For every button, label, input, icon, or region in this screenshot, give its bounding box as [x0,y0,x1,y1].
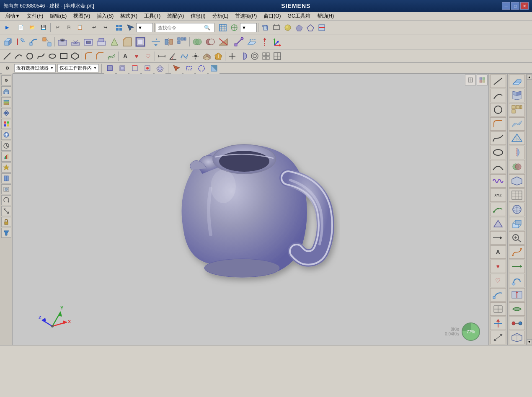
r2-extrude2[interactable] [509,217,525,230]
tb-hole[interactable] [56,36,69,48]
r2-revolve2[interactable] [509,146,525,159]
tb-zoom-fit[interactable] [271,22,282,33]
tb-polygon[interactable] [70,51,80,62]
r-scale2[interactable] [490,331,506,344]
r2-grid4[interactable] [509,188,525,202]
menu-prefs[interactable]: 首选项(P) [232,12,260,21]
tb-redo[interactable]: ↪ [100,22,111,33]
tb-cut[interactable]: ✂ [52,22,63,33]
left-home[interactable] [1,86,11,96]
sel-invert[interactable] [209,63,220,74]
r2-feature3d[interactable] [509,203,525,216]
menu-format[interactable]: 格式(R) [117,12,141,21]
tb-render[interactable] [282,22,293,33]
tb-move-obj[interactable] [150,36,162,48]
r2-curve3[interactable] [509,245,525,259]
tb-line[interactable] [2,51,13,62]
command-search[interactable]: 🔍 [156,23,214,32]
sel-vertex[interactable] [142,63,153,74]
tb-datum-plane[interactable] [245,36,258,48]
tb-mirror-feature[interactable] [163,36,175,48]
tb-grid[interactable] [217,22,228,33]
r2-zoom[interactable] [509,231,525,245]
r2-iso-cube[interactable] [509,174,525,188]
tb-trim-body[interactable] [217,36,230,48]
maximize-button[interactable]: □ [511,2,519,10]
tb-angle[interactable] [168,51,178,62]
r2-mesh[interactable] [509,131,525,145]
vp-btn1[interactable] [465,75,476,85]
left-layers[interactable] [1,97,11,107]
sel-feature[interactable] [155,63,165,74]
r-wave2[interactable] [490,203,506,216]
menu-file[interactable]: 文件(F) [23,12,46,21]
r2-bool[interactable] [509,160,525,173]
tb-select-all[interactable] [114,22,124,33]
tb-fillet[interactable] [83,51,94,62]
r-sweep[interactable] [490,288,506,302]
left-lock[interactable] [1,217,11,227]
tb-info2[interactable]: i [213,51,224,62]
scope-dropdown[interactable]: 仅在工作部件内 ▼ [57,64,99,72]
close-button[interactable]: ✕ [520,2,529,10]
tb-save[interactable]: 💾 [38,22,49,33]
tb-shell-btn[interactable] [134,36,147,48]
tb-csys[interactable] [271,36,284,48]
left-colorful[interactable] [1,119,11,129]
tb-concentric[interactable] [249,51,260,62]
tb-select-mode[interactable] [125,22,136,33]
tb-heart2[interactable]: ♡ [142,51,153,62]
left-analysis[interactable] [1,152,11,162]
tb-plane-view[interactable] [201,51,212,62]
menu-gc[interactable]: GC工具箱 [284,12,314,21]
tb-revolve[interactable] [15,36,27,48]
tb-undo[interactable]: ↩ [88,22,99,33]
tb-snap-dropdown[interactable]: ▼ [240,23,257,32]
minimize-button[interactable]: ─ [502,2,510,10]
menu-analysis[interactable]: 分析(L) [209,12,232,21]
tb-boolean-unite[interactable] [191,36,204,48]
tb-surface[interactable] [179,51,190,62]
tb-open[interactable]: 📂 [27,22,38,33]
tb-circle[interactable] [24,51,35,62]
left-sketch2[interactable] [1,130,11,140]
tb-paste[interactable]: 📋 [75,22,85,33]
menu-window[interactable]: 窗口(O) [260,12,284,21]
sel-face[interactable] [117,63,128,74]
tb-text[interactable]: A [120,51,131,62]
r2-extrude[interactable] [509,75,525,88]
tb-pocket[interactable] [82,36,95,48]
menu-edit[interactable]: 编辑(E) [46,12,70,21]
r2-surface[interactable] [509,117,525,131]
sel-rect[interactable] [183,63,194,74]
tb-pattern-feature[interactable] [176,36,188,48]
tb-wire[interactable] [305,22,316,33]
r2-cube[interactable] [509,89,525,102]
tb-chamfer-btn[interactable] [121,36,134,48]
sel-all[interactable] [196,63,207,74]
r-wave[interactable] [490,174,506,188]
left-gear[interactable]: ⚙ [1,75,11,85]
r-xyz-label[interactable]: XYZ [490,188,506,202]
left-star[interactable] [1,162,11,173]
sel-edge[interactable] [129,63,140,74]
tb-circle-half[interactable] [238,51,249,62]
tb-shade[interactable] [294,22,305,33]
r2-connect[interactable] [509,317,525,330]
r-text2[interactable]: A [490,245,506,259]
tb-grid2[interactable] [261,51,271,62]
tb-chamfer2[interactable] [95,51,106,62]
tb-mode-dropdown[interactable]: ▼ [136,23,153,32]
tb-boss[interactable] [69,36,82,48]
tb-view-extra[interactable] [272,51,283,62]
menu-assembly[interactable]: 装配(A) [164,12,187,21]
menu-start[interactable]: 启动▼ [2,12,23,21]
left-resize[interactable] [1,206,11,216]
menu-help[interactable]: 帮助(H) [314,12,338,21]
r-circle[interactable] [490,103,506,116]
left-book[interactable] [1,173,11,183]
left-view[interactable] [1,108,11,118]
r-face[interactable] [490,217,506,230]
menu-insert[interactable]: 插入(S) [93,12,117,21]
tb-section[interactable] [316,22,327,33]
